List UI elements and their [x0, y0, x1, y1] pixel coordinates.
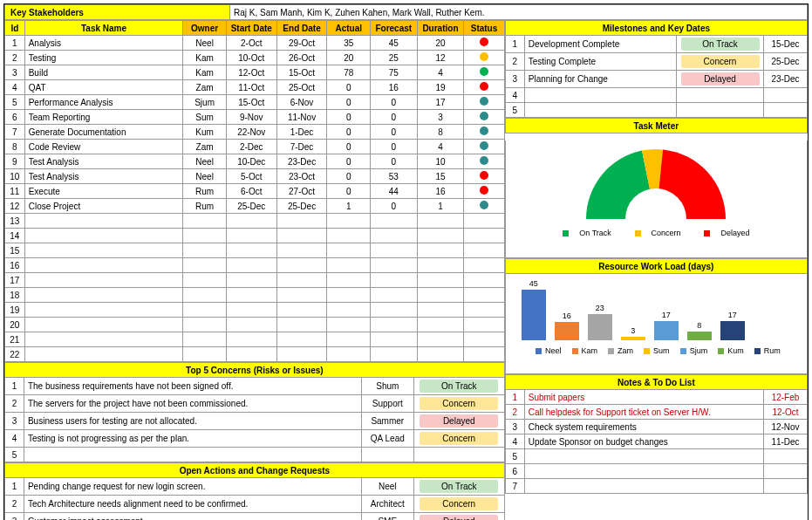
status-dot-icon — [480, 201, 488, 209]
table-row[interactable]: 9Test AnalysisNeel10-Dec23-Dec0010 — [5, 154, 505, 169]
table-row[interactable]: 1Submit papers12-Feb — [505, 390, 807, 405]
status-dot-icon — [480, 141, 488, 150]
status-dot-icon — [480, 112, 488, 120]
table-row[interactable]: 21 — [5, 332, 505, 347]
table-row[interactable]: 3Customer impact assessmentSMEDelayed — [5, 513, 505, 521]
legend-item: Rum — [751, 346, 781, 355]
table-row[interactable]: 2The servers for the project have not be… — [5, 395, 505, 413]
notes-header: Notes & To Do List — [505, 375, 807, 390]
task-meter-chart: On Track Concern Delayed — [505, 140, 808, 258]
table-row[interactable]: 3Business users for testing are not allo… — [5, 413, 505, 430]
concerns-header: Top 5 Concerns (Risks or Issues) — [5, 363, 505, 378]
table-row[interactable]: 1Development CompleteOn Track15-Dec — [505, 36, 807, 53]
table-row[interactable]: 2Tech Architecture needs alignment need … — [5, 496, 505, 513]
legend-track: On Track — [579, 229, 611, 237]
table-row[interactable]: 7Generate DocumentationKum22-Nov1-Dec008 — [5, 125, 505, 140]
milestones-table: Milestones and Key Dates 1Development Co… — [505, 20, 808, 118]
table-row[interactable]: 11ExecuteRum6-Oct27-Oct04416 — [5, 184, 505, 199]
table-row[interactable]: 6Team ReportingSum9-Nov11-Nov003 — [5, 110, 505, 125]
status-dot-icon — [480, 82, 488, 91]
table-row[interactable]: 6 — [505, 464, 807, 479]
table-row[interactable]: 5 — [5, 448, 505, 462]
bar: 45 — [520, 279, 548, 341]
bar: 23 — [586, 304, 614, 340]
resource-bar-chart: 451623317817 NeelKamZamSumSjumKumRum — [505, 274, 808, 374]
table-row[interactable]: 8Code ReviewZam2-Dec7-Dec004 — [5, 140, 505, 154]
bar: 16 — [553, 311, 581, 340]
table-row[interactable]: 1AnalysisNeel2-Oct29-Oct354520 — [5, 36, 505, 51]
legend-item: Kum — [714, 346, 744, 355]
table-row[interactable]: 5 — [505, 449, 807, 464]
table-row[interactable]: 2Testing CompleteConcern25-Dec — [505, 53, 807, 71]
table-row[interactable]: 5Performance AnalysisSjum15-Oct6-Nov0017 — [5, 95, 505, 110]
stakeholders-value[interactable]: Raj K, Sam Manh, Kim K, Zuhen Kahen, Mar… — [230, 5, 808, 20]
table-row[interactable]: 4QATZam11-Oct25-Oct01619 — [5, 80, 505, 95]
col-actual: Actual — [327, 21, 371, 36]
status-dot-icon — [480, 52, 488, 61]
col-status: Status — [464, 21, 504, 36]
table-row[interactable]: 10Test AnalysisNeel5-Oct23-Oct05315 — [5, 169, 505, 184]
col-duration: Duration — [417, 21, 464, 36]
resource-header: Resource Work Load (days) — [505, 259, 807, 274]
table-row[interactable]: 4Update Sponsor on budget changes11-Dec — [505, 434, 807, 449]
bar: 17 — [652, 311, 680, 340]
legend-delayed: Delayed — [720, 229, 749, 237]
table-row[interactable]: 1Pending change request for new login sc… — [5, 478, 505, 496]
col-owner: Owner — [183, 21, 227, 36]
table-row[interactable]: 22 — [5, 347, 505, 362]
table-row[interactable]: 13 — [5, 214, 505, 229]
notes-table: Notes & To Do List 1Submit papers12-Feb2… — [505, 374, 808, 494]
legend-item: Sjum — [677, 346, 708, 355]
table-row[interactable]: 3Check system requirements12-Nov — [505, 420, 807, 434]
col-id: Id — [5, 21, 25, 36]
table-row[interactable]: 20 — [5, 318, 505, 332]
col-start: Start Date — [226, 21, 276, 36]
table-row[interactable]: 15 — [5, 243, 505, 258]
status-dot-icon — [480, 127, 488, 135]
legend-item: Zam — [604, 346, 633, 355]
bar: 17 — [719, 311, 747, 340]
legend-item: Sum — [640, 346, 670, 355]
table-row[interactable]: 3BuildKam12-Oct15-Oct78754 — [5, 65, 505, 80]
table-row[interactable]: 2Call helpdesk for Support ticket on Ser… — [505, 405, 807, 420]
status-dot-icon — [480, 97, 488, 106]
status-dot-icon — [480, 186, 488, 195]
table-row[interactable]: 4 — [505, 88, 807, 103]
legend-item: Neel — [532, 346, 562, 355]
table-row[interactable]: 16 — [5, 258, 505, 273]
actions-header: Open Actions and Change Requests — [5, 463, 505, 478]
legend-item: Kam — [569, 346, 598, 355]
col-forecast: Forecast — [370, 21, 417, 36]
table-row[interactable]: 7 — [505, 479, 807, 494]
tasks-table: Id Task Name Owner Start Date End Date A… — [4, 20, 505, 362]
status-dot-icon — [480, 171, 488, 180]
table-row[interactable]: 19 — [5, 303, 505, 318]
status-dot-icon — [480, 67, 488, 76]
table-row[interactable]: 1The business requirements have not been… — [5, 378, 505, 395]
actions-table: Open Actions and Change Requests 1Pendin… — [4, 462, 505, 520]
legend-concern: Concern — [652, 229, 681, 237]
table-row[interactable]: 4Testing is not progressing as per the p… — [5, 430, 505, 448]
status-dot-icon — [480, 156, 488, 165]
status-dot-icon — [480, 38, 488, 46]
bar: 3 — [619, 326, 647, 340]
table-row[interactable]: 14 — [5, 229, 505, 243]
task-meter-header: Task Meter — [505, 119, 807, 133]
col-end: End Date — [276, 21, 327, 36]
table-row[interactable]: 17 — [5, 273, 505, 288]
milestones-header: Milestones and Key Dates — [505, 21, 807, 36]
table-row[interactable]: 3Planning for ChangeDelayed23-Dec — [505, 71, 807, 88]
concerns-table: Top 5 Concerns (Risks or Issues) 1The bu… — [4, 362, 505, 462]
stakeholders-label: Key Stakeholders — [5, 5, 230, 20]
table-row[interactable]: 18 — [5, 288, 505, 303]
table-row[interactable]: 5 — [505, 103, 807, 118]
table-row[interactable]: 12Close ProjectRum25-Dec25-Dec101 — [5, 199, 505, 214]
bar: 8 — [686, 321, 713, 340]
col-name: Task Name — [24, 21, 183, 36]
table-row[interactable]: 2TestingKam10-Oct26-Oct202512 — [5, 51, 505, 65]
